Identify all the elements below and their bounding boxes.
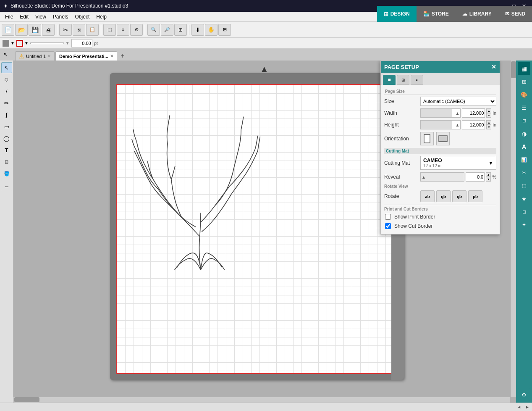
width-spinner[interactable]: ▲ ▼	[486, 108, 491, 118]
zoom-fit-button[interactable]: ⊞	[174, 24, 187, 36]
show-print-border-label[interactable]: Show Print Border	[394, 214, 435, 220]
scroll-left-arrow[interactable]: ◄	[517, 405, 521, 409]
width-down[interactable]: ▼	[486, 113, 491, 118]
zoom-out-button[interactable]: 🔎	[161, 24, 173, 36]
rp-text[interactable]: A	[518, 140, 530, 153]
select-rect-button[interactable]: ⬚	[103, 24, 116, 36]
horizontal-scrollbar[interactable]	[13, 397, 510, 403]
rectangle-tool[interactable]: ▭	[1, 121, 12, 132]
portrait-button[interactable]	[420, 132, 434, 145]
show-print-border-checkbox[interactable]	[385, 214, 391, 220]
stroke-dropdown-arrow[interactable]: ▼	[10, 41, 15, 45]
size-select[interactable]: Automatic (CAMEO)	[420, 97, 496, 106]
height-down[interactable]: ▼	[486, 125, 491, 129]
text-tool[interactable]: T	[1, 145, 12, 155]
stamp-tool[interactable]: ⊡	[1, 156, 12, 167]
nav-send[interactable]: ✉ SEND	[498, 6, 532, 22]
height-spinner[interactable]: ▲ ▼	[486, 120, 491, 129]
rp-favorites[interactable]: ★	[518, 192, 530, 205]
vertical-scrollbar[interactable]	[510, 61, 516, 397]
rotate-btn-2[interactable]: qb	[436, 190, 451, 202]
psp-tab-3[interactable]: ▪	[411, 75, 423, 85]
height-slider-container[interactable]: ▲	[420, 120, 461, 129]
eraser-button[interactable]: ⊘	[130, 24, 143, 36]
stroke-color-select[interactable]: ▼	[3, 40, 15, 47]
scroll-right-arrow[interactable]: ►	[525, 405, 529, 409]
rp-grid[interactable]: ⊞	[518, 75, 530, 88]
psp-tab-2[interactable]: ⊞	[397, 75, 409, 85]
h-scroll-thumb[interactable]	[14, 397, 39, 402]
add-page-button[interactable]: ⊞	[218, 24, 231, 36]
copy-button[interactable]: ⎘	[73, 24, 85, 36]
move-down-button[interactable]: ⬇	[191, 24, 204, 36]
cut-button[interactable]: ✂	[59, 24, 72, 36]
width-slider-container[interactable]: ▲	[420, 108, 461, 118]
landscape-button[interactable]	[436, 132, 450, 145]
menu-help[interactable]: Help	[93, 13, 110, 21]
menu-file[interactable]: File	[2, 13, 16, 21]
zoom-in-button[interactable]: 🔍	[147, 24, 160, 36]
v-scroll-thumb[interactable]	[511, 61, 516, 78]
reveal-input[interactable]	[466, 172, 485, 182]
psp-tab-1[interactable]: ■	[383, 75, 396, 85]
fill-tool[interactable]: 🪣	[1, 168, 12, 179]
nav-design[interactable]: ⊞ DESIGN	[377, 6, 417, 22]
thickness-dropdown-arrow[interactable]: ▼	[66, 41, 70, 45]
rp-trace[interactable]: ⊡	[518, 206, 530, 218]
line-tool[interactable]: /	[1, 86, 12, 97]
rp-palette[interactable]: 🎨	[518, 88, 530, 101]
rp-page-setup[interactable]: ▦	[518, 62, 530, 75]
fill-color-select[interactable]: ▼	[16, 40, 29, 47]
hand-button[interactable]: ✋	[205, 24, 218, 36]
rotate-btn-3[interactable]: qb	[452, 190, 466, 202]
rotate-btn-4[interactable]: pb	[468, 190, 482, 202]
add-tab-button[interactable]: +	[118, 51, 127, 61]
print-button[interactable]: 🖨	[42, 24, 55, 36]
reveal-down[interactable]: ▼	[486, 177, 491, 182]
rp-transform[interactable]: ⊡	[518, 114, 530, 127]
nav-library[interactable]: ☁ LIBRARY	[456, 6, 498, 22]
height-slider[interactable]	[421, 121, 460, 129]
fill-dropdown-arrow[interactable]: ▼	[24, 41, 29, 45]
menu-edit[interactable]: Edit	[16, 13, 32, 21]
reveal-slider[interactable]: ▲	[420, 172, 464, 182]
new-button[interactable]: 📄	[2, 24, 14, 36]
width-input[interactable]	[462, 108, 485, 118]
nav-store[interactable]: 🏪 STORE	[417, 6, 456, 22]
paste-button[interactable]: 📋	[86, 24, 99, 36]
reveal-spinner[interactable]: ▲ ▼	[486, 172, 491, 182]
rotate-btn-1[interactable]: ab	[420, 190, 435, 202]
height-input[interactable]	[462, 120, 485, 129]
line-thickness-slider[interactable]	[30, 42, 64, 44]
pointer-tool[interactable]: ↖	[1, 62, 12, 73]
node-edit-tool[interactable]: ⬡	[1, 74, 12, 85]
menu-object[interactable]: Object	[72, 13, 93, 21]
reveal-up[interactable]: ▲	[486, 172, 491, 177]
width-up[interactable]: ▲	[486, 108, 491, 113]
rp-star2[interactable]: ✦	[518, 219, 530, 231]
rp-layers[interactable]: ⬚	[518, 179, 530, 192]
show-cut-border-checkbox[interactable]	[385, 223, 391, 229]
show-cut-border-label[interactable]: Show Cut Border	[394, 223, 432, 229]
page-setup-close[interactable]: ✕	[491, 63, 496, 70]
menu-panels[interactable]: Panels	[50, 13, 72, 21]
rp-cut[interactable]: ✂	[518, 166, 530, 179]
menu-view[interactable]: View	[32, 13, 50, 21]
open-button[interactable]: 📂	[15, 24, 28, 36]
ellipse-tool[interactable]: ◯	[1, 133, 12, 144]
rp-contrast[interactable]: ◑	[518, 127, 530, 140]
tab-demo[interactable]: Demo For Presentati... ✕	[55, 51, 117, 61]
rp-lines[interactable]: ☰	[518, 101, 530, 114]
fill-color-swatch[interactable]	[16, 40, 23, 47]
knife-button[interactable]: ⚔	[117, 24, 129, 36]
save-button[interactable]: 💾	[29, 24, 41, 36]
height-up[interactable]: ▲	[486, 120, 491, 125]
stroke-color-swatch[interactable]	[3, 40, 9, 47]
tab-pointer[interactable]: ↖	[0, 49, 11, 61]
scroll-up-arrow[interactable]: ▲	[260, 64, 269, 75]
pencil-tool[interactable]: ✏	[1, 97, 12, 108]
line-width-input[interactable]	[71, 39, 92, 47]
knife-tool[interactable]: ⚊	[1, 180, 12, 191]
tab-demo-close[interactable]: ✕	[110, 54, 113, 58]
rp-chart[interactable]: 📊	[518, 153, 530, 166]
